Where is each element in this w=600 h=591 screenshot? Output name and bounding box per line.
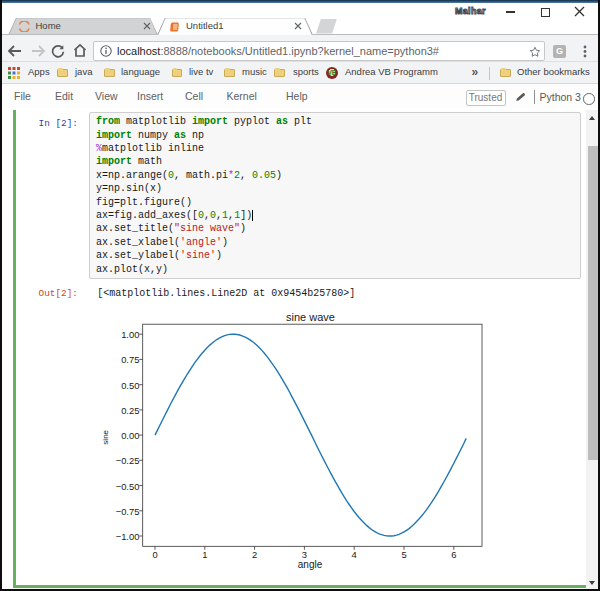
svg-text:5: 5 — [401, 549, 406, 560]
svg-text:2: 2 — [252, 549, 257, 560]
svg-text:sine wave: sine wave — [286, 311, 335, 323]
svg-text:−1.00: −1.00 — [116, 531, 140, 542]
svg-text:0.00: 0.00 — [121, 430, 139, 441]
svg-text:−0.50: −0.50 — [116, 481, 140, 492]
svg-text:0.75: 0.75 — [121, 354, 139, 365]
svg-text:sine: sine — [101, 429, 110, 444]
svg-text:0.50: 0.50 — [121, 380, 139, 391]
svg-text:4: 4 — [352, 549, 357, 560]
svg-text:6: 6 — [451, 549, 456, 560]
svg-text:1: 1 — [202, 549, 207, 560]
svg-text:angle: angle — [298, 559, 323, 570]
svg-text:0.25: 0.25 — [121, 405, 139, 416]
svg-text:1.00: 1.00 — [121, 329, 139, 340]
svg-text:−0.75: −0.75 — [116, 506, 140, 517]
svg-text:3: 3 — [302, 549, 307, 560]
svg-text:0: 0 — [152, 549, 157, 560]
svg-text:−0.25: −0.25 — [116, 455, 140, 466]
